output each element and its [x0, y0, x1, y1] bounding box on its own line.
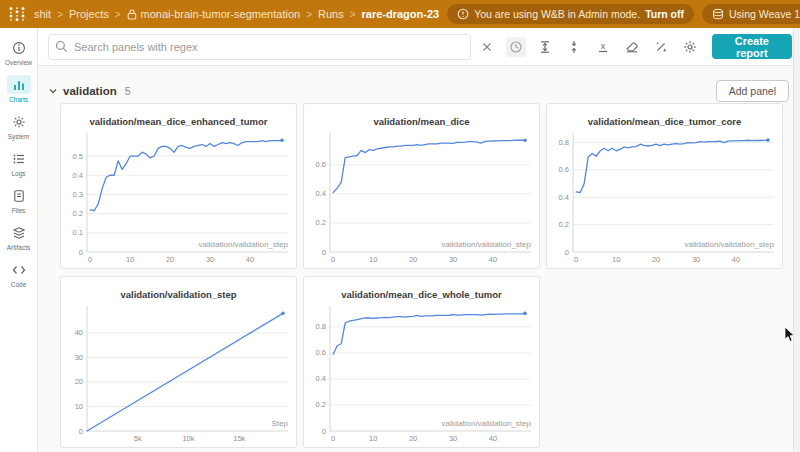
svg-text:40: 40 [732, 255, 740, 264]
svg-text:30: 30 [449, 434, 457, 443]
admin-turn-off-button[interactable]: Turn off [645, 8, 684, 20]
weave-layers-icon [712, 8, 724, 20]
svg-text:10: 10 [126, 255, 134, 264]
sidebar-item-charts[interactable]: Charts [0, 75, 37, 103]
scrollbar-track[interactable] [793, 28, 800, 452]
chevron-down-icon[interactable] [48, 86, 58, 96]
breadcrumb-project[interactable]: monai-brain-tumor-segmentation [141, 8, 301, 20]
run-sidebar: Overview Charts System Logs Files Artifa… [0, 28, 38, 452]
svg-text:30: 30 [449, 255, 457, 264]
svg-text:0.4: 0.4 [316, 189, 326, 198]
sidebar-item-system[interactable]: System [0, 112, 37, 140]
svg-text:10: 10 [369, 255, 377, 264]
svg-text:10: 10 [369, 434, 377, 443]
svg-text:20: 20 [166, 255, 174, 264]
chart-panel-mean-dice-tumor-core[interactable]: validation/mean_dice_tumor_core 00.20.40… [546, 103, 783, 269]
wandb-logo-icon[interactable] [8, 6, 26, 22]
charts-workspace: validation 5 Add panel validation/mean_d… [38, 66, 793, 452]
svg-text:0: 0 [88, 255, 92, 264]
sidebar-item-logs[interactable]: Logs [0, 149, 37, 177]
collapse-panels-icon[interactable] [564, 37, 584, 57]
admin-banner-text: You are using W&B in Admin mode. [474, 8, 640, 20]
svg-text:20: 20 [409, 434, 417, 443]
panel-grid-row: validation/mean_dice_enhanced_tumor 00.1… [60, 103, 783, 269]
add-panel-button[interactable]: Add panel [716, 80, 789, 102]
clear-search-icon[interactable] [477, 37, 497, 57]
chart-panel-validation-step[interactable]: validation/validation_step 0102030405k10… [60, 276, 297, 448]
svg-text:40: 40 [246, 255, 254, 264]
layers-icon [7, 223, 31, 242]
chart-panel-mean-dice-whole-tumor[interactable]: validation/mean_dice_whole_tumor 00.20.4… [303, 276, 540, 448]
sidebar-item-artifacts[interactable]: Artifacts [0, 223, 37, 251]
svg-text:0.2: 0.2 [316, 400, 326, 409]
svg-text:40: 40 [489, 434, 497, 443]
breadcrumb-run-name[interactable]: rare-dragon-23 [362, 8, 440, 20]
gear-icon [7, 112, 31, 131]
sidebar-item-label: Code [11, 281, 27, 288]
info-icon [7, 38, 31, 57]
breadcrumb-separator: > [306, 9, 312, 20]
section-header-validation: validation 5 Add panel [48, 79, 789, 103]
chart-title: validation/mean_dice [304, 104, 539, 128]
sidebar-item-files[interactable]: Files [0, 186, 37, 214]
svg-text:0.8: 0.8 [316, 322, 326, 331]
svg-text:5k: 5k [134, 434, 142, 443]
section-panel-count: 5 [125, 85, 131, 97]
breadcrumb: shit > Projects > monai-brain-tumor-segm… [34, 8, 439, 20]
svg-text:0: 0 [565, 248, 569, 257]
svg-text:0: 0 [79, 248, 83, 257]
expand-panels-icon[interactable] [535, 37, 555, 57]
svg-text:20: 20 [652, 255, 660, 264]
svg-text:0.2: 0.2 [316, 218, 326, 227]
x-axis-label: Step [272, 419, 288, 428]
admin-mode-banner[interactable]: You are using W&B in Admin mode. Turn of… [447, 4, 694, 24]
svg-text:0: 0 [322, 427, 326, 436]
svg-text:30: 30 [206, 255, 214, 264]
mouse-cursor [784, 326, 795, 343]
panel-search-input[interactable] [74, 41, 464, 53]
lock-icon [127, 9, 137, 20]
sidebar-item-code[interactable]: Code [0, 260, 37, 288]
svg-text:x: x [600, 41, 605, 51]
svg-text:0: 0 [322, 248, 326, 257]
x-axis-label: validation/validation_step [442, 419, 531, 428]
svg-text:15k: 15k [233, 434, 245, 443]
weave-banner[interactable]: Using Weave 1.0 Turn off [702, 4, 800, 24]
alert-circle-icon [457, 8, 469, 20]
svg-text:0.4: 0.4 [73, 171, 83, 180]
breadcrumb-projects[interactable]: Projects [69, 8, 109, 20]
breadcrumb-runs[interactable]: Runs [318, 8, 344, 20]
section-title[interactable]: validation [63, 85, 117, 97]
sparkle-magic-icon[interactable] [651, 37, 671, 57]
create-report-button[interactable]: Create report [712, 34, 792, 59]
sidebar-item-overview[interactable]: Overview [0, 38, 37, 66]
code-icon [7, 260, 31, 279]
sidebar-item-label: Charts [9, 96, 28, 103]
chart-panel-mean-dice[interactable]: validation/mean_dice 00.20.40.6010203040… [303, 103, 540, 269]
x-axis-settings-icon[interactable]: x [593, 37, 613, 57]
svg-text:0.4: 0.4 [559, 193, 569, 202]
panel-grid-row: validation/validation_step 0102030405k10… [60, 276, 783, 448]
svg-text:20: 20 [75, 377, 83, 386]
bar-chart-icon [7, 75, 31, 94]
panel-search-box[interactable] [48, 34, 471, 60]
chart-title: validation/validation_step [61, 277, 296, 301]
svg-text:40: 40 [489, 255, 497, 264]
svg-text:0.3: 0.3 [73, 190, 83, 199]
x-axis-label: validation/validation_step [442, 240, 531, 249]
panel-layout-icon[interactable] [622, 37, 642, 57]
breadcrumb-user[interactable]: shit [34, 8, 51, 20]
list-icon [7, 149, 31, 168]
chart-panel-mean-dice-enhanced-tumor[interactable]: validation/mean_dice_enhanced_tumor 00.1… [60, 103, 297, 269]
svg-text:0.1: 0.1 [73, 228, 83, 237]
svg-text:10: 10 [612, 255, 620, 264]
settings-gear-icon[interactable] [680, 37, 700, 57]
svg-text:30: 30 [692, 255, 700, 264]
history-clock-icon[interactable] [506, 37, 526, 57]
x-axis-label: validation/validation_step [685, 240, 774, 249]
svg-text:0: 0 [79, 427, 83, 436]
panels-toolbar: x Create report [38, 28, 800, 66]
breadcrumb-separator: > [57, 9, 63, 20]
svg-text:40: 40 [75, 328, 83, 337]
chart-title: validation/mean_dice_tumor_core [547, 104, 782, 128]
